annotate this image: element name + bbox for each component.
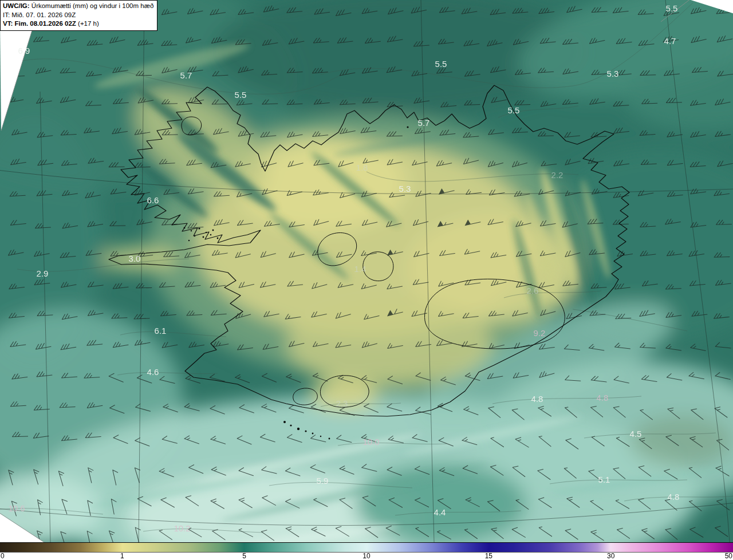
contour-label: 5.5 [508, 105, 520, 115]
weather-map-product: 6.95.75.55.55.75.55.35.54.75.31.82.26.63… [0, 0, 733, 560]
valid-offset: (+17 h) [78, 20, 99, 27]
contour-label: 5.7 [418, 118, 430, 128]
contour-label: 6.9 [18, 46, 30, 56]
title-box: UWC/IG: Úrkomumætti (mm) og vindur i 100… [0, 0, 157, 31]
colorbar-tick-label: 1 [120, 552, 124, 560]
contour-label: 2.9 [37, 269, 49, 278]
contour-label: 4.8 [668, 492, 680, 502]
contour-label: 4.5 [630, 429, 642, 439]
contour-label: 10.0 [362, 437, 379, 447]
product-label: UWC/IG: [3, 2, 30, 9]
contour-label: 4.4 [434, 507, 446, 517]
contour-label: 4.8 [531, 394, 543, 404]
contour-label: 6.6 [147, 195, 159, 205]
contour-label: 9.2 [534, 328, 546, 338]
colorbar-tick-label: 15 [485, 552, 492, 560]
contour-label: 1.4 [354, 264, 366, 274]
colorbar-tick-label: 50 [725, 552, 732, 560]
product-title: Úrkomumætti (mm) og vindur i 100m hæð [31, 2, 153, 9]
contour-label: 5.7 [180, 70, 192, 80]
colorbar-gradient [0, 542, 733, 553]
contour-label: 2.2 [551, 170, 563, 180]
contour-label: 5.5 [235, 90, 247, 100]
contour-label: 5.9 [317, 476, 329, 486]
contour-label: 5.1 [598, 475, 610, 484]
contour-label: 2.3 [336, 399, 348, 408]
contour-label: 5.3 [399, 184, 411, 194]
colorbar-tick-label: 30 [607, 552, 614, 560]
contour-label: 5.5 [666, 3, 678, 13]
contour-label: 3.0 [129, 254, 141, 263]
contour-label: 4.7 [664, 36, 676, 46]
contour-label: 5.3 [607, 69, 619, 78]
init-time-line: IT: Mið. 07. 01. 2026 09Z [3, 11, 153, 20]
contour-label: 6.1 [155, 326, 167, 336]
contour-label: 4.6 [147, 367, 159, 377]
contour-label: 1.8 [356, 163, 368, 172]
colorbar-tick-label: 0 [1, 552, 5, 560]
contour-label: 2.6 [527, 286, 539, 295]
colorbar-tick-label: 5 [242, 552, 246, 560]
valid-time-line: VT: Fim. 08.01.2026 02Z (+17 h) [3, 19, 153, 29]
colorbar-tick-labels: 01510153050 [0, 553, 733, 560]
title-line-1: UWC/IG: Úrkomumætti (mm) og vindur i 100… [3, 2, 153, 11]
colorbar-tick-label: 10 [362, 552, 370, 560]
valid-time: VT: Fim. 08.01.2026 02Z [3, 20, 76, 27]
contour-label: 4.8 [597, 393, 609, 403]
map-canvas: 6.95.75.55.55.75.55.35.54.75.31.82.26.63… [0, 0, 733, 542]
contour-label: 10.6 [8, 503, 25, 513]
contour-label: 10.2 [174, 523, 190, 533]
contour-label: 5.5 [435, 59, 447, 69]
